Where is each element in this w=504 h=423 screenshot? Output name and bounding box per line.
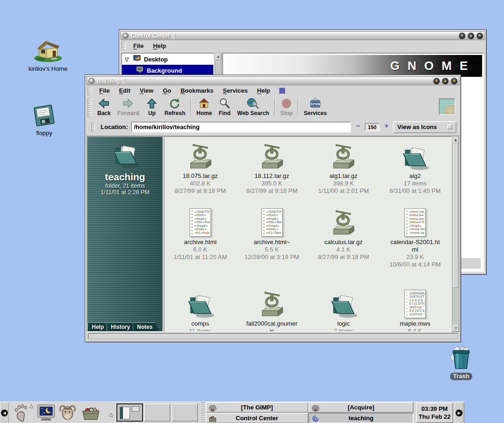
file-item-comps[interactable]: comps11 items1/10/01 at 11:05 [164,284,236,332]
cc-menu-help[interactable]: Help [149,41,170,50]
desktop-icon-home[interactable]: kirillov's Home [22,35,74,72]
window-menu-icon[interactable] [89,78,95,84]
maximize-button[interactable]: ▲ [442,78,449,84]
fm-menu-bookmarks[interactable]: Bookmarks [176,86,218,95]
file-item-calculus-tar-gz[interactable]: calculus.tar.gz4.1 K8/27/99 at 9:18 PM [308,199,380,284]
view-as-dropdown[interactable]: View as Icons [393,121,456,133]
fm-menu-file[interactable]: File [95,86,114,95]
maximize-button[interactable]: ▲ [468,33,474,39]
teaching-toolbar: BackForwardUpRefreshHomeFindWeb SearchSt… [87,96,459,119]
document-icon: <!DOCTYF<html><head><title>Tool</head><b… [261,203,283,237]
location-label: Location: [101,123,128,130]
file-item-calendar-s2001-html[interactable]: <html xmlnxmlns:o="uxmlns:w="uxmlns="htt… [379,199,451,284]
file-item-logic[interactable]: logic7 itemstoday at 2:50 PM [308,284,380,332]
scroll-up-arrow[interactable]: ▲ [452,136,459,143]
panel-hide-right-button[interactable]: ▶ [455,402,463,423]
document-icon: <!DOCTYF<html><head><title>Tool</head><b… [261,208,283,237]
window-menu-icon[interactable] [123,33,129,39]
locationbar-drag-handle[interactable] [91,123,95,131]
sidebar-tab-history[interactable]: History [107,322,136,331]
nautilus-throbber[interactable] [439,98,456,115]
files-scrollbar[interactable]: ▲ ▽ [452,136,459,332]
close-button[interactable]: ✕ [451,78,457,84]
desktop-icon-floppy[interactable]: floppy [28,104,61,136]
file-item-archive-html-[interactable]: <!DOCTYF<html><head><title>Tool</head><b… [236,199,308,284]
workspace-1[interactable] [116,403,143,422]
scroll-down-arrow[interactable]: ▽ [452,325,459,332]
desktop-icon-trash[interactable]: Trash [446,345,476,380]
titlebar-texture: (( [122,77,124,84]
floppy-icon [32,103,57,130]
file-size: 4.1 K [336,246,350,253]
file-item-alg1-tar-gz[interactable]: alg1.tar.gz398.9 K1/11/00 at 2:01 PM [308,137,380,199]
close-button[interactable]: ✕ [477,33,483,39]
panel-hide-left-button[interactable]: ◀ [0,402,9,423]
toolbar-button-services[interactable]: OPENServices [300,97,330,116]
file-name: 18.075.tar.gz [183,172,218,180]
document-icon: {VERSION{USTYLET1 0 0 0 0 }{0 }{CSTYL{PS… [404,287,426,318]
gnu-launcher[interactable] [58,403,77,422]
teaching-titlebar[interactable]: teaching (( ▼ ▲ ✕ [87,76,459,85]
scrollbar-thumb[interactable] [453,143,458,288]
folder-icon [400,142,430,171]
document-icon: <!DOCTYF<html><head><title>Publ</head><b… [190,203,211,237]
task-button-control-center[interactable]: Control Center [205,413,308,423]
tree-item-desktop[interactable]: ▽Desktop [122,54,213,65]
toolbox-launcher[interactable] [81,403,101,422]
clock-applet[interactable]: 03:39 PM Thu Feb 22 [416,403,453,423]
toolbar-button-label: Back [97,110,111,116]
gnome-menu-button[interactable] [11,403,31,422]
toolbar-button-back[interactable]: Back [94,97,114,116]
toolbar-button-label: Up [148,110,156,116]
file-item-archive-html[interactable]: <!DOCTYF<html><head><title>Publ</head><b… [164,199,236,284]
folder-icon [110,143,140,171]
tree-expander-icon[interactable]: ▽ [125,56,130,62]
task-button-teaching[interactable]: teaching [308,413,414,423]
forward-icon [122,97,134,109]
toolbar-button-home[interactable]: Home [193,97,215,116]
workspace-2[interactable] [144,403,170,422]
minimize-button[interactable]: ▼ [459,33,465,39]
control-center-titlebar[interactable]: Control Center (( ▼ ▲ ✕ [121,31,485,40]
fm-menu-view[interactable]: View [136,86,157,95]
cc-menu-file[interactable]: File [129,41,148,50]
workspace-3[interactable] [171,403,198,422]
sidebar-tab-notes[interactable]: Notes [133,322,159,331]
file-name: comps [191,320,209,327]
zoom-out-button[interactable]: − [354,123,362,131]
file-name: calculus.tar.gz [324,239,362,246]
fm-menu-edit[interactable]: Edit [115,86,135,95]
fm-menu-help[interactable]: Help [253,86,274,95]
scroll-up-arrow[interactable]: ▲ [215,53,221,60]
toolbar-button-up[interactable]: Up [143,97,161,116]
toolbar-button-label: Services [304,110,327,116]
file-item-alg2[interactable]: alg217 items8/31/00 at 1:45 PM [379,137,451,199]
file-item-maple-mws[interactable]: {VERSION{USTYLET1 0 0 0 0 }{0 }{CSTYL{PS… [379,284,451,332]
file-item-18-075-tar-gz[interactable]: 18.075.tar.gz402.8 K8/27/99 at 9:18 PM [164,137,236,199]
toolbar-button-web-search[interactable]: Web Search [234,97,272,116]
location-input[interactable] [131,122,352,133]
file-item-18-112-tar-gz[interactable]: 18.112.tar.gz395.0 K8/27/99 at 9:18 PM [236,137,308,199]
screensaver-launcher[interactable] [36,403,56,422]
fm-menu-go[interactable]: Go [158,86,175,95]
desktop-icon [133,55,141,63]
file-item-fall2000cal-gnumeric[interactable]: fall2000cal.gnumeric1.9 K [236,284,308,332]
tarball-icon [330,142,357,171]
toolbar-button-refresh[interactable]: Refresh [161,97,189,116]
toolbar-drag-handle[interactable] [88,98,91,117]
stop-icon [280,97,293,109]
menubar-drag-handle[interactable] [122,41,125,50]
sidebar-folder-date: 1/11/01 at 2:28 PM [88,189,163,196]
menubar-drag-handle[interactable] [88,87,91,95]
zoom-in-button[interactable]: + [382,123,390,131]
menubar-throbber-square [279,88,285,94]
task-button--acquire-[interactable]: [Acquire] [308,402,414,413]
fm-menu-services[interactable]: Services [218,86,252,95]
window-title: Control Center [131,33,170,39]
file-name: archive.html [184,239,217,246]
toolbar-button-find[interactable]: Find [215,97,234,116]
task-button--the-gimp-[interactable]: [The GIMP] [205,402,308,413]
zoom-level-indicator[interactable]: 150 [365,123,380,131]
file-size: 402.8 K [190,180,211,187]
minimize-button[interactable]: ▼ [433,78,440,84]
